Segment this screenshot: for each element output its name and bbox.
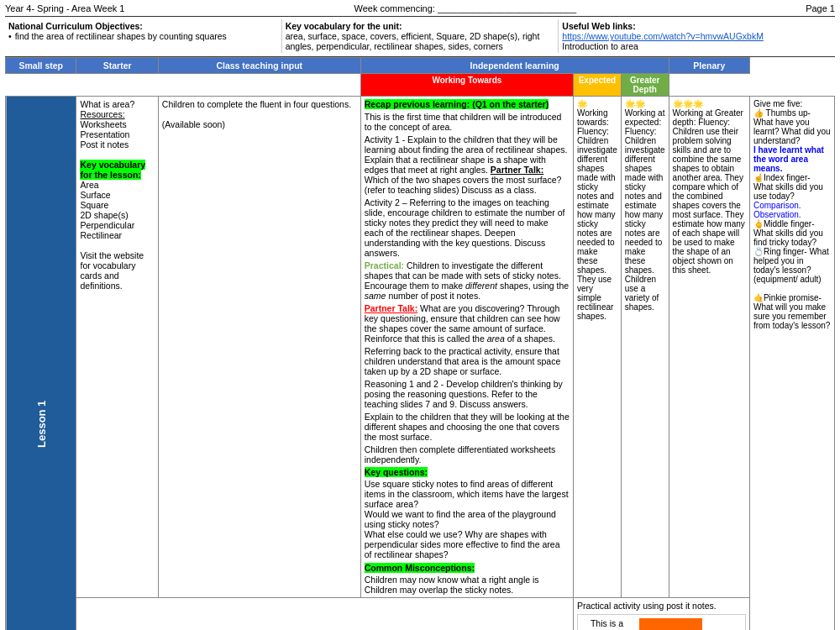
ct-para8: Explain to the children that they will b…: [365, 412, 570, 442]
starter-text: Children to complete the fluent in four …: [162, 99, 351, 109]
key-q1: Use square sticky notes to find areas of…: [365, 479, 570, 509]
expected-stars: 🌟🌟: [625, 99, 665, 108]
ct-para1: This is the first time that children wil…: [365, 112, 570, 132]
practical-activity-label: Practical activity using post it notes.: [577, 601, 746, 611]
ct-para2: Activity 1 - Explain to the children tha…: [365, 134, 570, 195]
shape-group-1: [639, 618, 702, 630]
kv-text: area, surface, space, covers, efficient,…: [286, 31, 540, 51]
partner-talk-1: Partner Talk:: [491, 165, 543, 175]
header-page: Page 1: [806, 3, 835, 13]
info-row: National Curriculum Objectives: find the…: [5, 19, 835, 57]
shapes-visual: [639, 618, 742, 630]
misc1: Children may now know what a right angle…: [365, 575, 570, 585]
plenary-cell: Give me five: 👍 Thumbs up- What have you…: [749, 97, 834, 631]
th-classteach: Class teaching input: [158, 58, 360, 74]
ct-para4: Practical: Children to investigate the d…: [365, 260, 570, 301]
th-plenary: Plenary: [669, 58, 749, 74]
vocab-rect: Rectilinear: [80, 230, 154, 240]
header-title: Year 4- Spring - Area Week 1: [5, 3, 124, 13]
plenary-middle: 🖕Middle finger- What skills did you find…: [753, 219, 831, 247]
resource-1: Worksheets: [80, 119, 154, 129]
vocab-area: Area: [80, 180, 154, 190]
th-indep: Independent learning: [360, 58, 669, 74]
greater-stars: 🌟🌟🌟: [673, 99, 746, 108]
ct-para9: Children then complete differentiated wo…: [365, 444, 570, 465]
practical-empty: [76, 598, 574, 631]
wl-intro: Introduction to area: [562, 41, 638, 51]
vocab-surface: Surface: [80, 190, 154, 200]
sticky-note-label: This is a square sticky note.: [581, 618, 633, 630]
th-smallstep: Small step: [6, 58, 76, 74]
plenary-observation: Observation.: [753, 210, 831, 219]
ct-para6: Referring back to the practical activity…: [365, 346, 570, 376]
vocab-square: Square: [80, 200, 154, 210]
web-link[interactable]: https://www.youtube.com/watch?v=hmvwAUGx…: [562, 31, 764, 41]
orange-shape: [639, 618, 702, 630]
indep-working-cell: 🌟 Working towards: Fluency: Children inv…: [573, 97, 621, 598]
starter-cell: Children to complete the fluent in four …: [158, 97, 360, 598]
working-text: Working towards: Fluency: Children inves…: [577, 108, 617, 321]
greater-text: Working at Greater depth: Fluency: Child…: [673, 108, 746, 275]
lesson-label: Lesson 1: [6, 97, 76, 631]
kv-label: Key vocabulary for the unit:: [286, 21, 402, 31]
ct-para3: Activity 2 – Referring to the images on …: [365, 197, 570, 258]
expected-text: Working at expected: Fluency: Children i…: [625, 108, 665, 312]
th-greater: Greater Depth: [621, 74, 669, 97]
practical-label: Practical:: [365, 260, 404, 270]
website-note: Visit the website for vocabulary cards a…: [80, 250, 154, 291]
sticky-note-demo: This is a square sticky note.: [577, 614, 746, 630]
partner-talk-2: Partner Talk:: [365, 303, 417, 313]
small-step-title: What is area?: [80, 99, 154, 109]
plenary-thumb: 👍 Thumbs up- What have you learnt? What …: [753, 108, 831, 145]
plenary-index: ☝Index finger- What skills did you use t…: [753, 173, 831, 201]
web-links-col: Useful Web links: https://www.youtube.co…: [559, 19, 835, 53]
resource-2: Presentation: [80, 129, 154, 139]
ct-para7: Reasoning 1 and 2 - Develop children's t…: [365, 379, 570, 409]
class-teaching-cell: Recap previous learning: (Q1 on the star…: [360, 97, 573, 598]
th-expected: Expected: [573, 74, 621, 97]
misconceptions-label: Common Misconceptions:: [365, 563, 475, 573]
starter-available: (Available soon): [162, 119, 225, 129]
vocab-2d: 2D shape(s): [80, 210, 154, 220]
indep-greater-cell: 🌟🌟🌟 Working at Greater depth: Fluency: C…: [669, 97, 749, 598]
nc-label: National Curriculum Objectives:: [8, 21, 143, 31]
wl-label: Useful Web links:: [562, 21, 635, 31]
sticky-note-desc: This is a square sticky note.: [581, 618, 633, 630]
th-working: Working Towards: [360, 74, 573, 97]
nc-bullet: find the area of rectilinear shapes by c…: [8, 31, 278, 41]
key-q3: What else could we use? Why are shapes w…: [365, 529, 570, 559]
main-table: Small step Starter Class teaching input …: [5, 57, 835, 630]
key-vocab-highlight: Key vocabulary for the lesson:: [80, 160, 145, 180]
plenary-comparison: Comparison.: [753, 201, 831, 210]
header-row: Year 4- Spring - Area Week 1 Week commen…: [5, 3, 835, 17]
national-curriculum-col: National Curriculum Objectives: find the…: [5, 19, 282, 53]
key-questions-label: Key questions:: [365, 467, 428, 477]
th-starter: Starter: [76, 58, 158, 74]
area-word: area: [487, 333, 505, 344]
misc2: Children may overlap the sticky notes.: [365, 585, 570, 595]
shapes-container: [639, 618, 742, 630]
practical-area-cell: Practical activity using post it notes. …: [573, 598, 749, 631]
plenary-ring: 💍Ring finger- What helped you in today's…: [753, 247, 831, 284]
working-stars: 🌟: [577, 99, 617, 108]
recap-label: Recap previous learning: (Q1 on the star…: [365, 99, 549, 109]
indep-expected-cell: 🌟🌟 Working at expected: Fluency: Childre…: [621, 97, 669, 598]
ct-para5: Partner Talk: What are you discovering? …: [365, 303, 570, 344]
page: Year 4- Spring - Area Week 1 Week commen…: [0, 0, 840, 630]
plenary-intro: Give me five:: [753, 99, 831, 108]
header-week: Week commencing: _______________________…: [354, 3, 576, 13]
resource-3: Post it notes: [80, 139, 154, 150]
resources-label: Resources:: [80, 109, 154, 119]
key-vocab-col: Key vocabulary for the unit: area, surfa…: [282, 19, 559, 53]
key-q2: Would we want to find the area of the pl…: [365, 509, 570, 529]
vocab-perp: Perpendicular: [80, 220, 154, 230]
plenary-have-learnt: I have learnt what the word area means.: [753, 145, 831, 173]
small-step-cell: What is area? Resources: Worksheets Pres…: [76, 97, 158, 598]
plenary-pinkie: 🤙Pinkie promise- What will you make sure…: [753, 293, 831, 330]
